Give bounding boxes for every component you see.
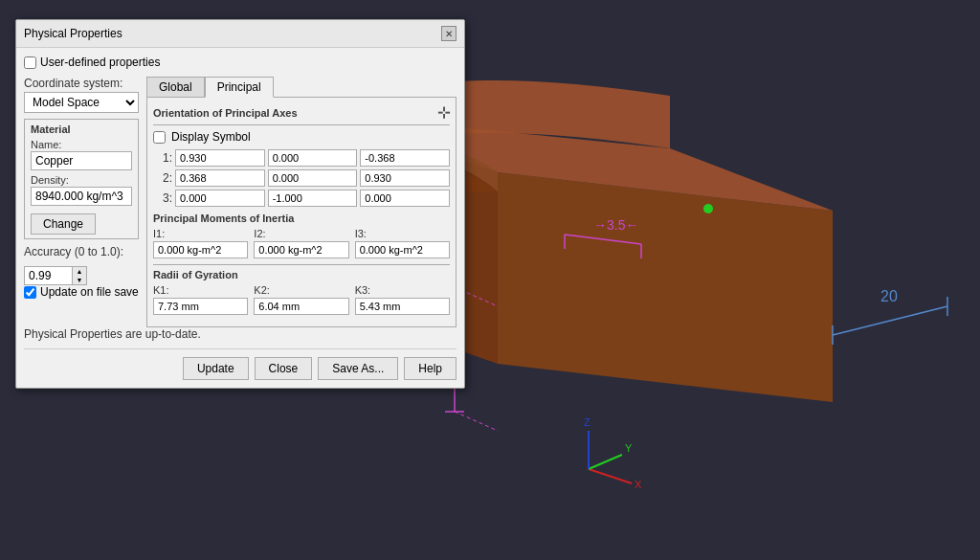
material-title: Material [31, 123, 132, 135]
orientation-title: Orientation of Principal Axes ⊹ [153, 103, 450, 125]
radii-divider: Radii of Gyration [153, 264, 450, 280]
i2-input[interactable] [254, 241, 348, 258]
i3-input[interactable] [355, 241, 450, 258]
svg-text:Y: Y [625, 442, 633, 454]
status-text: Physical Properties are up-to-date. [24, 327, 457, 341]
user-defined-row: User-defined properties [24, 56, 457, 69]
axes-3-1[interactable] [175, 190, 265, 207]
i3-label: I3: [355, 228, 450, 239]
row-1-label: 1: [153, 151, 172, 165]
axes-2-2[interactable] [268, 169, 358, 187]
dialog-title: Physical Properties [24, 27, 122, 40]
density-input[interactable] [31, 187, 132, 206]
name-label: Name: [31, 139, 132, 150]
axes-1-1[interactable] [175, 149, 265, 167]
svg-text:→3.5←: →3.5← [593, 217, 638, 233]
tab-global[interactable]: Global [146, 77, 205, 98]
density-label: Density: [31, 174, 132, 186]
accuracy-input-wrap: ▲ ▼ [24, 266, 139, 285]
svg-point-25 [703, 204, 713, 213]
axes-icon: ⊹ [437, 103, 450, 122]
inertia-i1: I1: [153, 228, 248, 258]
update-checkbox[interactable] [24, 286, 36, 299]
k1-input[interactable] [153, 298, 248, 315]
spinner-up[interactable]: ▲ [73, 267, 86, 276]
svg-text:20: 20 [880, 288, 898, 304]
user-defined-checkbox-label[interactable]: User-defined properties [24, 56, 160, 69]
bottom-buttons: Update Close Save As... Help [24, 348, 457, 380]
i1-label: I1: [153, 228, 248, 239]
svg-text:X: X [635, 479, 642, 490]
svg-text:Z: Z [584, 416, 590, 428]
inertia-i2: I2: [254, 228, 348, 258]
user-defined-checkbox[interactable] [24, 56, 36, 69]
axes-1-2[interactable] [268, 149, 358, 167]
orientation-section: Orientation of Principal Axes ⊹ Display … [153, 103, 450, 207]
tab-content-principal: Orientation of Principal Axes ⊹ Display … [146, 97, 457, 327]
inertia-i3: I3: [355, 228, 450, 258]
accuracy-row: Accuracy (0 to 1.0): [24, 245, 139, 260]
radii-k1: K1: [153, 284, 248, 315]
name-field-row: Name: [31, 139, 132, 170]
radii-grid: K1: K2: K3: [153, 284, 450, 315]
axes-header: Display Symbol [153, 130, 450, 144]
k3-label: K3: [355, 284, 450, 296]
change-button[interactable]: Change [31, 213, 96, 235]
name-input[interactable] [31, 151, 132, 170]
radii-title: Radii of Gyration [153, 269, 450, 280]
axes-grid: 1: 2: 3: [153, 149, 450, 207]
axes-3-3[interactable] [360, 190, 450, 207]
row-2-label: 2: [153, 171, 172, 185]
axes-1-3[interactable] [360, 149, 450, 167]
svg-marker-1 [498, 172, 833, 402]
physical-properties-dialog: Physical Properties ✕ User-defined prope… [15, 19, 465, 389]
right-column: Global Principal Orientation of Principa… [146, 77, 457, 327]
tab-principal[interactable]: Principal [205, 77, 274, 98]
user-defined-label: User-defined properties [40, 56, 160, 69]
close-dialog-button[interactable]: Close [255, 357, 313, 380]
left-column: Coordinate system: Model SpaceWorld Spac… [24, 77, 139, 327]
radii-k2: K2: [254, 284, 348, 315]
dialog-title-bar: Physical Properties ✕ [16, 20, 464, 48]
axes-3-2[interactable] [268, 190, 358, 207]
axes-2-1[interactable] [175, 169, 265, 187]
material-section: Material Name: Density: Change [24, 119, 139, 239]
accuracy-input[interactable] [24, 266, 72, 285]
density-field-row: Density: [31, 174, 132, 206]
coord-section: Coordinate system: Model SpaceWorld Spac… [24, 77, 139, 113]
k1-label: K1: [153, 284, 248, 296]
row-3-label: 3: [153, 191, 172, 205]
inertia-grid: I1: I2: I3: [153, 228, 450, 258]
update-button[interactable]: Update [183, 357, 249, 380]
inertia-section: Principal Moments of Inertia I1: I2: [153, 213, 450, 258]
display-symbol-checkbox[interactable] [153, 131, 166, 144]
i2-label: I2: [254, 228, 348, 239]
k2-input[interactable] [254, 298, 348, 315]
k3-input[interactable] [355, 298, 450, 315]
inertia-title: Principal Moments of Inertia [153, 213, 450, 224]
i1-input[interactable] [153, 241, 248, 258]
coord-label: Coordinate system: [24, 77, 139, 90]
coord-select[interactable]: Model SpaceWorld Space [24, 92, 139, 113]
dialog-body: User-defined properties Coordinate syste… [16, 48, 464, 388]
k2-label: K2: [254, 284, 348, 296]
accuracy-label: Accuracy (0 to 1.0): [24, 245, 123, 258]
close-button[interactable]: ✕ [441, 26, 457, 41]
help-button[interactable]: Help [404, 357, 457, 380]
axes-2-3[interactable] [360, 169, 450, 187]
update-row: Update on file save [24, 285, 139, 299]
main-content: Coordinate system: Model SpaceWorld Spac… [24, 77, 457, 327]
spinner-down[interactable]: ▼ [73, 276, 86, 284]
display-symbol-label: Display Symbol [171, 130, 251, 144]
radii-section: Radii of Gyration K1: K2: [153, 264, 450, 315]
spinner-buttons: ▲ ▼ [72, 266, 87, 285]
radii-k3: K3: [355, 284, 450, 315]
tabs-row: Global Principal [146, 77, 457, 98]
update-label: Update on file save [40, 285, 139, 299]
save-as-button[interactable]: Save As... [318, 357, 398, 380]
